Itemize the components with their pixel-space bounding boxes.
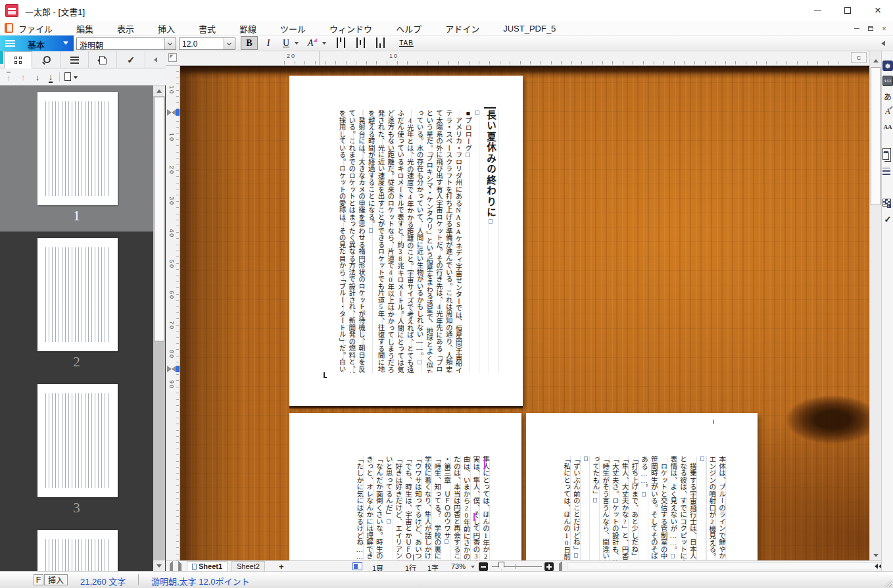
- format-toolbar: 基本 游明朝 12.0 B I U A TAB: [0, 36, 893, 51]
- outline-list-icon[interactable]: [882, 168, 890, 175]
- page-layout-icon[interactable]: [352, 562, 362, 570]
- scroll-up-button[interactable]: [153, 86, 165, 96]
- zoom-in-button[interactable]: [544, 562, 554, 571]
- align-bottom-button[interactable]: [374, 37, 388, 49]
- tab-search[interactable]: [32, 51, 60, 68]
- underline-button[interactable]: U: [279, 36, 293, 50]
- align-center-button[interactable]: [354, 37, 368, 49]
- menu-item-JUST_PDF_5[interactable]: JUST_PDF_5: [503, 24, 556, 34]
- font-size-select[interactable]: 12.0: [179, 37, 235, 50]
- tab-pages[interactable]: [89, 51, 117, 68]
- scroll-up-button[interactable]: [870, 55, 882, 66]
- zoom-slider[interactable]: [492, 561, 542, 572]
- photo-camera-icon[interactable]: 112: [882, 76, 893, 86]
- thumbnail-image[interactable]: [37, 384, 118, 497]
- mdi-restore-button[interactable]: [865, 24, 875, 33]
- minimize-button[interactable]: [802, 0, 833, 21]
- go-prev-page-button[interactable]: ↑: [17, 71, 29, 83]
- page-1-text[interactable]: 長い夏休みの終わりに■プロローグ アメリカ・フロリダ州にあるNASAケネディ宇宙…: [337, 110, 499, 373]
- tab-outline[interactable]: [60, 51, 89, 68]
- margin-marker[interactable]: [167, 109, 180, 116]
- menu-item-ツール[interactable]: ツール: [280, 22, 306, 35]
- font-style-pen-icon[interactable]: A: [882, 107, 893, 117]
- scroll-down-button[interactable]: [870, 550, 882, 560]
- tab-button[interactable]: TAB: [396, 36, 417, 50]
- page-1[interactable]: 長い夏休みの終わりに■プロローグ アメリカ・フロリダ州にあるNASAケネディ宇宙…: [289, 76, 523, 406]
- zoom-dropdown-icon[interactable]: [471, 566, 475, 568]
- sheet-tab-Sheet2[interactable]: Sheet2: [231, 561, 265, 572]
- panel-collapse-button[interactable]: [145, 51, 166, 68]
- document-scrollbar[interactable]: [869, 51, 881, 560]
- font-name-dropdown[interactable]: [164, 38, 176, 49]
- margin-marker-handle[interactable]: [176, 109, 180, 116]
- tab-thumbnails[interactable]: [4, 51, 32, 68]
- thumbnail-image[interactable]: [37, 530, 118, 571]
- menu-item-書式[interactable]: 書式: [199, 22, 216, 35]
- thumbnail-page-3[interactable]: 3: [0, 378, 153, 524]
- thumbnail-image[interactable]: [37, 238, 118, 351]
- thumbnail-page-2[interactable]: 2: [0, 232, 153, 378]
- align-top-button[interactable]: [334, 37, 349, 49]
- scroll-down-button[interactable]: [153, 560, 165, 571]
- scrollbar-thumb[interactable]: [154, 97, 164, 341]
- horizontal-scrollbar[interactable]: [567, 562, 893, 570]
- page-2[interactable]: 隼人にとっては、ほんの1年か2年の実は、隼人、僕、そして円香の3人は由は、いまか…: [289, 413, 521, 560]
- menu-item-ファイル[interactable]: ファイル: [18, 22, 53, 35]
- menu-item-罫線[interactable]: 罫線: [239, 22, 256, 35]
- mdi-close-button[interactable]: ×: [879, 24, 889, 33]
- go-first-page-button[interactable]: ↑: [3, 71, 14, 83]
- toolbar-collapse-icon[interactable]: [881, 41, 885, 46]
- mdi-minimize-button[interactable]: [852, 24, 861, 33]
- zoom-level[interactable]: 73%: [451, 562, 466, 570]
- page-2-text[interactable]: 隼人にとっては、ほんの1年か2年の実は、隼人、僕、そして円香の3人は由は、いまか…: [354, 456, 491, 560]
- menu-item-ヘルプ[interactable]: ヘルプ: [396, 22, 422, 35]
- page-view-icon[interactable]: [64, 72, 71, 81]
- insert-mode-button[interactable]: 挿入: [44, 574, 68, 585]
- menu-item-表示[interactable]: 表示: [117, 22, 134, 35]
- margin-marker[interactable]: [167, 366, 180, 372]
- page-view-dropdown-icon[interactable]: [74, 76, 78, 79]
- close-button[interactable]: ×: [863, 0, 893, 21]
- mode-selector[interactable]: 基本: [0, 36, 74, 51]
- proofread-check-icon[interactable]: ✓: [882, 214, 893, 224]
- page-3-text[interactable]: 本体は、ブルーのラインで鮮やかに縁取エンジンの噴射口が2機見える。 搭乗する宇宙…: [561, 456, 726, 560]
- checker-pattern-icon[interactable]: [882, 199, 891, 205]
- margin-marker-handle[interactable]: [176, 366, 180, 372]
- zoom-out-button[interactable]: [479, 562, 488, 571]
- font-size-icon[interactable]: AA: [882, 122, 893, 132]
- thumbnail-image[interactable]: [37, 92, 118, 205]
- scrollbar-thumb[interactable]: [871, 67, 881, 205]
- menu-item-ウィンドウ[interactable]: ウィンドウ: [329, 22, 372, 35]
- restore-button[interactable]: [833, 0, 863, 21]
- zoom-slider-thumb[interactable]: [498, 562, 504, 570]
- menu-item-挿入[interactable]: 挿入: [158, 22, 175, 35]
- page-3[interactable]: 本体は、ブルーのラインで鮮やかに縁取エンジンの噴射口が2機見える。 搭乗する宇宙…: [526, 413, 758, 560]
- sheet-tab-Sheet1[interactable]: Sheet1: [187, 561, 228, 572]
- font-size-dropdown[interactable]: [224, 38, 235, 49]
- font-name-select[interactable]: 游明朝: [76, 37, 176, 50]
- justsystems-flower-icon[interactable]: ✽: [882, 61, 893, 71]
- tab-proof[interactable]: ✓: [117, 51, 145, 68]
- italic-button[interactable]: I: [262, 36, 275, 50]
- font-color-dropdown-icon[interactable]: [322, 42, 326, 45]
- font-color-button[interactable]: A: [302, 36, 318, 50]
- text-line: を越える時間が経過することになる。: [366, 110, 375, 373]
- copy-documents-icon[interactable]: [882, 153, 889, 160]
- kana-input-icon[interactable]: あ: [882, 91, 893, 102]
- menu-item-アドイン[interactable]: アドイン: [445, 22, 479, 35]
- thumbnail-page-1[interactable]: 1: [0, 86, 153, 232]
- text-line: 「時生がそう言うんなら、間違いないね: [600, 456, 610, 560]
- document-canvas[interactable]: 長い夏休みの終わりに■プロローグ アメリカ・フロリダ州にあるNASAケネディ宇宙…: [180, 66, 869, 560]
- bold-button[interactable]: B: [241, 36, 258, 50]
- go-last-page-button[interactable]: ↓: [45, 71, 57, 83]
- resize-grip[interactable]: [884, 579, 892, 587]
- add-sheet-button[interactable]: +: [279, 562, 284, 572]
- sidebar-scrollbar[interactable]: [153, 86, 165, 571]
- underline-dropdown-icon[interactable]: [295, 42, 299, 45]
- go-next-page-button[interactable]: ↓: [32, 71, 43, 83]
- ruler-corner-icon[interactable]: [168, 53, 177, 62]
- mode-f-button[interactable]: F: [34, 574, 43, 585]
- thumbnail-page-4[interactable]: [0, 524, 153, 571]
- ruler-c-tab[interactable]: C: [851, 52, 867, 63]
- menu-item-編集[interactable]: 編集: [76, 22, 93, 35]
